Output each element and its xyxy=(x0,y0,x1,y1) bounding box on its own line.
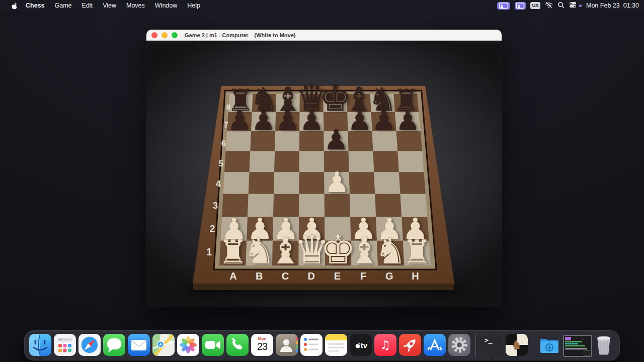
file-label-H: H xyxy=(412,270,419,282)
piece-black-pawn-c7[interactable]: ♟ xyxy=(275,105,299,136)
menu-item-moves[interactable]: Moves xyxy=(121,2,150,9)
thumbnail-app-badge xyxy=(584,350,590,355)
square-g5[interactable] xyxy=(373,151,398,172)
rank-label-5: 5 xyxy=(218,158,223,168)
piece-white-pawn-e4[interactable]: ♟ xyxy=(324,166,349,199)
input-source-badge[interactable]: US xyxy=(530,2,540,9)
square-a4[interactable] xyxy=(223,172,250,194)
menu-bar: ChessGameEditViewMovesWindowHelp US Mon … xyxy=(0,0,644,11)
rank-label-1: 1 xyxy=(206,246,212,257)
dock-icon-settings[interactable] xyxy=(448,334,470,356)
dock-icon-appletv[interactable]: tv xyxy=(350,334,372,356)
menu-item-window[interactable]: Window xyxy=(150,2,182,9)
square-a5[interactable] xyxy=(224,151,250,172)
clock-time: 01:30 xyxy=(623,2,639,9)
menu-item-help[interactable]: Help xyxy=(182,2,205,9)
menu-bar-clock[interactable]: Mon Feb 23 01:30 xyxy=(586,2,639,9)
chess-window: Game 2 | m1 - Computer (White to Move) 8… xyxy=(146,30,502,307)
dock-icon-window-thumbnail[interactable] xyxy=(563,334,590,356)
board-frame-edge xyxy=(193,284,454,290)
piece-black-pawn-g7[interactable]: ♟ xyxy=(372,105,396,136)
dock-divider xyxy=(533,333,533,356)
piece-black-pawn-f7[interactable]: ♟ xyxy=(348,105,372,136)
square-d5[interactable] xyxy=(299,151,325,172)
menu-item-edit[interactable]: Edit xyxy=(77,2,98,9)
minimize-button[interactable] xyxy=(162,32,168,38)
rank-label-6: 6 xyxy=(221,139,226,148)
square-c5[interactable] xyxy=(274,151,299,172)
square-f4[interactable] xyxy=(349,172,375,194)
spotlight-search-icon[interactable] xyxy=(557,2,565,10)
calendar-day: 23 xyxy=(251,341,273,352)
focus-indicator-dot xyxy=(579,5,582,7)
menu-item-chess[interactable]: Chess xyxy=(21,2,50,9)
square-c4[interactable] xyxy=(274,172,299,194)
square-h4[interactable] xyxy=(399,172,426,194)
square-h5[interactable] xyxy=(397,151,424,172)
dock-icon-phone[interactable] xyxy=(226,334,249,356)
piece-black-pawn-b7[interactable]: ♟ xyxy=(252,105,276,136)
wifi-off-icon[interactable] xyxy=(545,2,553,10)
square-g4[interactable] xyxy=(374,172,400,194)
dock-icon-mail[interactable] xyxy=(128,334,150,356)
piece-white-rook-h1[interactable]: ♜ xyxy=(402,233,432,271)
piece-black-pawn-d7[interactable]: ♟ xyxy=(299,105,324,136)
running-indicator xyxy=(516,357,518,359)
calendar-weekday: Mon xyxy=(251,336,273,341)
dock-icon-rocket[interactable] xyxy=(399,334,421,356)
square-f5[interactable] xyxy=(349,151,374,172)
rank-label-4: 4 xyxy=(216,179,221,189)
dock-icon-contacts[interactable] xyxy=(276,334,298,356)
menu-item-game[interactable]: Game xyxy=(50,2,77,9)
screen-sharing-icon[interactable] xyxy=(497,2,510,10)
rank-label-2: 2 xyxy=(210,223,215,234)
dock-icon-terminal[interactable]: >_ xyxy=(481,334,503,356)
menu-item-view[interactable]: View xyxy=(98,2,121,9)
window-titlebar[interactable]: Game 2 | m1 - Computer (White to Move) xyxy=(146,30,502,41)
dock-icon-photos[interactable] xyxy=(177,334,199,356)
close-button[interactable] xyxy=(151,32,157,38)
window-title: Game 2 | m1 - Computer (White to Move) xyxy=(185,32,295,38)
piece-black-pawn-h7[interactable]: ♟ xyxy=(395,105,420,136)
dock-icon-messages[interactable] xyxy=(103,334,125,356)
chess-board[interactable]: 87654321ABCDEFGH♜♞♝♛♚♝♞♜♟♟♟♟♟♟♟♟♟♟♟♟♟♟♟♟… xyxy=(146,41,502,307)
square-d4[interactable] xyxy=(299,172,324,194)
dock-icon-music[interactable]: ♫ xyxy=(374,334,396,356)
running-indicator xyxy=(39,357,41,359)
chess-knight-glyph: ♞ xyxy=(511,338,522,352)
dock-icon-trash[interactable] xyxy=(593,334,615,356)
apple-menu-icon[interactable] xyxy=(6,2,21,10)
square-b5[interactable] xyxy=(250,151,275,172)
dock-icon-chess[interactable]: ♞ xyxy=(506,334,528,356)
clock-date: Mon Feb 23 xyxy=(586,2,620,9)
dock-icon-notes[interactable] xyxy=(325,334,347,356)
dock-icon-calendar[interactable]: Mon 23 xyxy=(251,334,273,356)
file-label-C: C xyxy=(282,270,289,282)
dock-divider xyxy=(475,333,476,356)
dock-icon-finder[interactable] xyxy=(29,334,51,356)
file-label-B: B xyxy=(256,270,263,282)
dock-icon-appstore[interactable] xyxy=(424,334,446,356)
chess-3d-view: 87654321ABCDEFGH♜♞♝♛♚♝♞♜♟♟♟♟♟♟♟♟♟♟♟♟♟♟♟♟… xyxy=(146,41,502,307)
dock: Mon 23 tv ♫ >_ ♞ xyxy=(24,330,620,360)
running-indicator xyxy=(491,357,493,359)
control-center-icon[interactable] xyxy=(569,2,577,10)
dock-icon-maps[interactable] xyxy=(152,334,175,356)
appletv-text: tv xyxy=(361,341,367,349)
rank-label-3: 3 xyxy=(213,200,218,211)
square-b4[interactable] xyxy=(249,172,274,194)
dock-icon-reminders[interactable] xyxy=(300,334,323,356)
file-label-F: F xyxy=(360,270,366,282)
dock-icon-safari[interactable] xyxy=(78,334,101,356)
piece-black-pawn-e6[interactable]: ♟ xyxy=(324,124,348,156)
file-label-A: A xyxy=(229,270,236,282)
dock-icon-launchpad[interactable] xyxy=(54,334,76,356)
piece-black-pawn-a7[interactable]: ♟ xyxy=(227,105,252,136)
dock-icon-downloads[interactable] xyxy=(538,334,560,356)
dock-icon-facetime[interactable] xyxy=(202,334,224,356)
zoom-button[interactable] xyxy=(172,32,178,38)
turn-status: (White to Move) xyxy=(255,32,296,38)
screen-sharing-icon-2[interactable] xyxy=(515,2,526,10)
terminal-prompt: >_ xyxy=(485,336,493,344)
file-label-G: G xyxy=(385,270,393,282)
